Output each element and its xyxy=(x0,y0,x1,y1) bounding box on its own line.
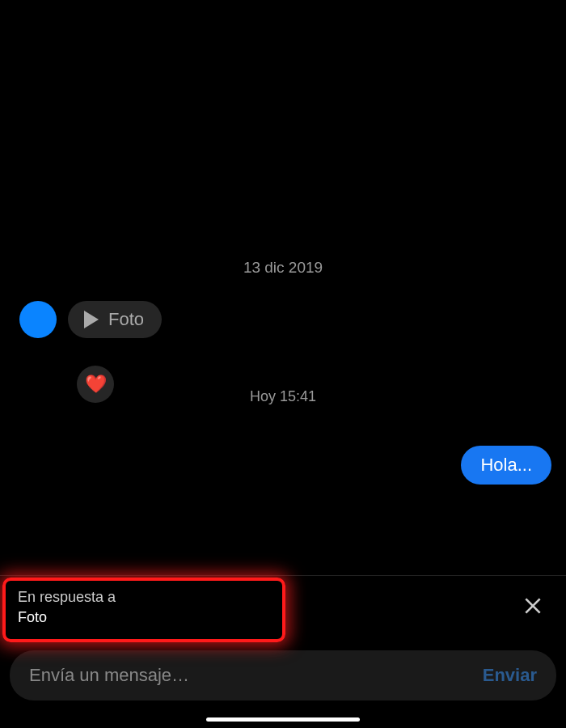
play-icon xyxy=(84,311,99,328)
messages-area[interactable]: 13 dic 2019 Foto ❤️ Hoy 15:41 Hola... xyxy=(0,0,566,575)
photo-message-bubble[interactable]: Foto xyxy=(68,301,162,338)
reply-content-preview: Foto xyxy=(18,609,116,626)
reply-context-bar: En respuesta a Foto xyxy=(0,575,566,639)
reaction-badge[interactable]: ❤️ xyxy=(77,366,114,403)
avatar[interactable] xyxy=(19,301,57,338)
close-reply-button[interactable] xyxy=(522,595,548,620)
chat-container: 13 dic 2019 Foto ❤️ Hoy 15:41 Hola... En… xyxy=(0,0,566,728)
heart-icon: ❤️ xyxy=(85,374,107,395)
date-separator: 13 dic 2019 xyxy=(0,259,566,277)
reply-title: En respuesta a xyxy=(18,589,116,606)
close-icon xyxy=(522,595,543,616)
message-input[interactable] xyxy=(29,665,483,686)
outgoing-bubble[interactable]: Hola... xyxy=(461,446,551,485)
outgoing-message-row[interactable]: Hola... xyxy=(0,446,566,485)
reply-info[interactable]: En respuesta a Foto xyxy=(18,589,116,626)
photo-label: Foto xyxy=(108,309,144,330)
home-indicator[interactable] xyxy=(206,717,360,722)
incoming-message-row[interactable]: Foto xyxy=(0,301,566,338)
composer: Enviar xyxy=(0,639,566,728)
input-pill[interactable]: Enviar xyxy=(10,650,556,700)
send-button[interactable]: Enviar xyxy=(483,665,537,686)
